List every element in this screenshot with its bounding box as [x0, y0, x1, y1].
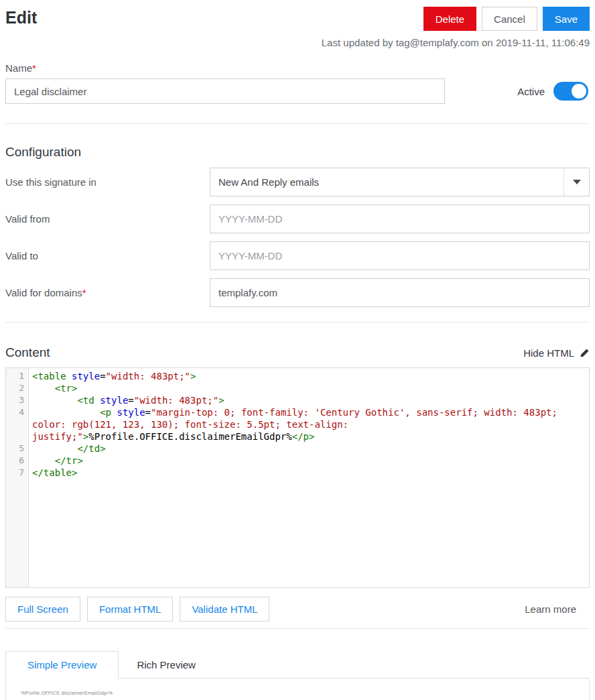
valid-domains-input[interactable] — [210, 278, 590, 307]
code-token: > — [190, 371, 196, 382]
code-token — [32, 395, 77, 406]
code-token: </td> — [77, 443, 105, 454]
format-html-button[interactable]: Format HTML — [87, 597, 174, 622]
code-token: <td — [77, 395, 94, 406]
last-updated-text: Last updated by tag@templafy.com on 2019… — [5, 37, 590, 48]
valid-to-label: Valid to — [5, 250, 210, 261]
configuration-heading: Configuration — [5, 145, 590, 160]
code-token — [66, 371, 72, 382]
code-text: <td style="width: 483pt;"> — [29, 394, 224, 406]
code-token: <tr> — [55, 383, 78, 394]
learn-more-link[interactable]: Learn more — [525, 603, 590, 615]
line-number: 7 — [6, 467, 29, 479]
preview-panel: %Profile.OFFICE.disclaimerEmailGdpr% — [5, 679, 590, 700]
valid-domains-label-text: Valid for domains — [5, 287, 82, 298]
code-text: <p style="margin-top: 0; font-family: 'C… — [29, 406, 557, 418]
line-number: 6 — [6, 455, 29, 467]
line-number: 5 — [6, 443, 29, 455]
divider — [5, 322, 590, 323]
code-token: > — [218, 395, 224, 406]
code-token: style — [72, 371, 100, 382]
divider — [5, 628, 590, 629]
code-token: "width: 483pt;" — [106, 371, 190, 382]
code-token: = — [100, 371, 105, 382]
code-line: 1<table style="width: 483pt;"> — [6, 370, 589, 382]
line-number — [6, 430, 29, 443]
content-heading: Content — [5, 345, 50, 360]
line-number — [6, 418, 29, 430]
validate-html-button[interactable]: Validate HTML — [180, 597, 269, 622]
config-row-valid-domains: Valid for domains* — [5, 278, 590, 307]
preview-tabs: Simple Preview Rich Preview — [5, 650, 590, 679]
config-row-valid-to: Valid to — [5, 241, 590, 270]
code-token — [32, 407, 100, 418]
divider — [5, 123, 590, 124]
config-row-signature-usage: Use this signature in New And Reply emai… — [5, 168, 590, 196]
name-input[interactable] — [5, 78, 445, 104]
code-token: "margin-top: 0; font-family: 'Century Go… — [151, 407, 557, 418]
code-token: <p — [100, 407, 111, 418]
edit-signature-page: Edit Delete Cancel Save Last updated by … — [0, 0, 595, 700]
code-rows: 1<table style="width: 483pt;">2 <tr>3 <t… — [6, 368, 589, 479]
code-token: </p> — [292, 431, 315, 442]
code-line: 5 </td> — [6, 443, 589, 455]
tab-rich-preview[interactable]: Rich Preview — [119, 651, 214, 679]
active-label: Active — [517, 86, 545, 97]
preview-text: %Profile.OFFICE.disclaimerEmailGdpr% — [21, 691, 589, 695]
valid-from-label: Valid from — [5, 213, 210, 225]
full-screen-button[interactable]: Full Screen — [5, 597, 80, 622]
select-caret-zone[interactable] — [564, 168, 589, 196]
code-line: justify;">%Profile.OFFICE.disclaimerEmai… — [6, 430, 589, 443]
cancel-button[interactable]: Cancel — [482, 7, 537, 31]
code-token: "width: 483pt;" — [134, 395, 218, 406]
line-number: 3 — [6, 394, 29, 406]
name-label: Name* — [5, 62, 590, 74]
code-line: color: rgb(121, 123, 130); font-size: 5.… — [6, 418, 589, 430]
tab-simple-preview[interactable]: Simple Preview — [5, 651, 119, 679]
code-line: 3 <td style="width: 483pt;"> — [6, 394, 589, 406]
hide-html-button[interactable]: Hide HTML — [523, 347, 590, 359]
code-token — [32, 383, 55, 394]
code-token: <table — [32, 371, 66, 382]
name-label-text: Name — [5, 62, 32, 74]
line-number: 4 — [6, 406, 29, 418]
active-toggle[interactable] — [553, 82, 588, 101]
page-title: Edit — [5, 7, 37, 27]
code-text: <tr> — [29, 382, 77, 394]
signature-usage-label: Use this signature in — [5, 176, 210, 188]
code-line: 2 <tr> — [6, 382, 589, 394]
configuration-rows: Use this signature in New And Reply emai… — [5, 168, 590, 307]
config-row-valid-from: Valid from — [5, 205, 590, 233]
required-asterisk: * — [32, 62, 36, 74]
line-number: 1 — [6, 370, 29, 382]
code-token — [32, 443, 77, 454]
save-button[interactable]: Save — [543, 7, 590, 31]
chevron-down-icon — [573, 180, 581, 184]
code-text: </td> — [29, 443, 106, 455]
code-text: color: rgb(121, 123, 130); font-size: 5.… — [29, 418, 348, 430]
pencil-icon — [580, 348, 590, 358]
code-token: </table> — [32, 467, 77, 478]
code-token — [94, 395, 100, 406]
header-actions: Delete Cancel Save — [423, 7, 590, 31]
code-token: color: rgb(121, 123, 130); font-size: 5.… — [32, 419, 348, 430]
code-text: <table style="width: 483pt;"> — [29, 370, 196, 382]
required-asterisk: * — [82, 287, 86, 298]
hide-html-label: Hide HTML — [523, 347, 574, 359]
header: Edit Delete Cancel Save — [5, 7, 590, 31]
name-section: Name* Active — [5, 62, 590, 104]
code-text: </table> — [29, 467, 77, 479]
code-token: %Profile.OFFICE.disclaimerEmailGdpr% — [88, 431, 291, 442]
code-line: 4 <p style="margin-top: 0; font-family: … — [6, 406, 589, 418]
active-toggle-group: Active — [517, 82, 590, 101]
code-token: = — [128, 395, 133, 406]
valid-from-input[interactable] — [210, 205, 590, 233]
delete-button[interactable]: Delete — [423, 7, 476, 31]
code-token — [32, 455, 55, 466]
signature-usage-select[interactable]: New And Reply emails — [210, 168, 590, 196]
valid-domains-label: Valid for domains* — [5, 287, 210, 298]
valid-to-input[interactable] — [210, 241, 590, 270]
line-number: 2 — [6, 382, 29, 394]
code-line: 6 </tr> — [6, 455, 589, 467]
html-code-editor[interactable]: 1<table style="width: 483pt;">2 <tr>3 <t… — [5, 367, 590, 588]
